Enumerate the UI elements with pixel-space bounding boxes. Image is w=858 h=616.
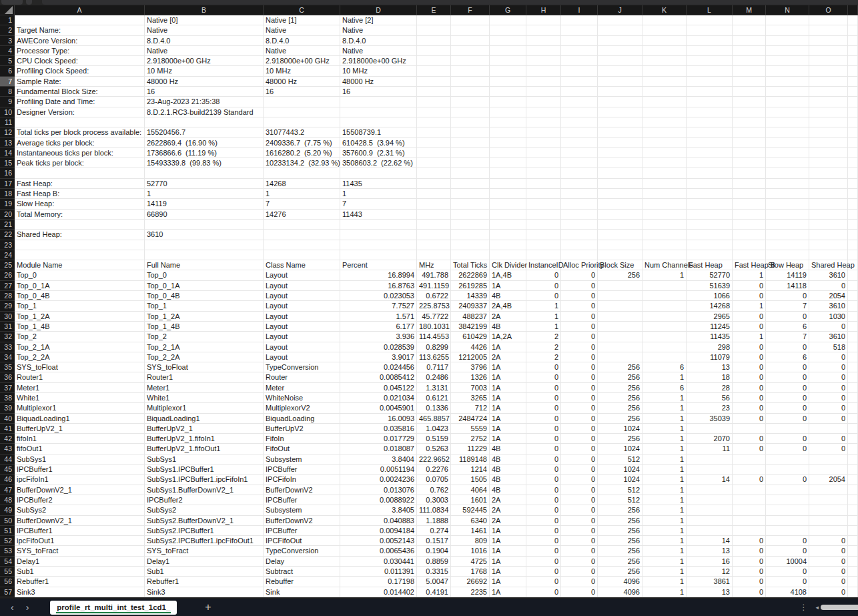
cell[interactable] <box>733 505 766 515</box>
cell[interactable]: 14268 <box>264 179 340 189</box>
cell[interactable]: 11245 <box>687 322 733 332</box>
cell[interactable]: 5559 <box>451 424 490 434</box>
cell[interactable]: 0 <box>561 465 598 475</box>
cell[interactable] <box>687 485 733 495</box>
row-header[interactable]: 31 <box>0 322 15 332</box>
cell[interactable]: 0.017729 <box>340 434 417 444</box>
cell[interactable]: 0 <box>561 546 598 556</box>
cell[interactable] <box>809 127 848 137</box>
cell[interactable] <box>451 97 490 107</box>
cell[interactable] <box>417 25 451 35</box>
cell[interactable]: 0 <box>561 291 598 301</box>
cell[interactable]: 15508739.1 <box>340 127 417 137</box>
cell[interactable]: 0 <box>526 393 561 403</box>
cell[interactable]: 1 <box>642 567 687 577</box>
cell[interactable]: 10004 <box>766 557 809 567</box>
cell[interactable] <box>687 516 733 526</box>
cell[interactable] <box>766 148 809 158</box>
scroll-left-arrow-icon[interactable]: ◂ <box>815 604 819 611</box>
cell[interactable] <box>848 25 858 35</box>
cell[interactable]: 1 <box>642 270 687 280</box>
cell[interactable]: 2484724 <box>451 414 490 424</box>
cell[interactable] <box>598 77 642 87</box>
cell[interactable] <box>598 46 642 56</box>
cell[interactable]: 4B <box>490 322 526 332</box>
cell[interactable] <box>451 87 490 97</box>
cell[interactable] <box>526 189 561 199</box>
cell[interactable]: 4108 <box>766 587 809 597</box>
cell[interactable] <box>598 342 642 352</box>
cell[interactable] <box>848 66 858 76</box>
row-header[interactable]: 56 <box>0 577 15 587</box>
cell[interactable]: 0 <box>766 312 809 322</box>
cell[interactable]: 0 <box>733 322 766 332</box>
cell[interactable]: 0.0088922 <box>340 495 417 505</box>
cell[interactable]: 5.0047 <box>417 577 451 587</box>
cell[interactable] <box>642 281 687 291</box>
column-header[interactable]: F <box>451 5 490 15</box>
cell[interactable] <box>766 138 809 148</box>
cell[interactable]: 11435 <box>340 179 417 189</box>
cell[interactable] <box>642 77 687 87</box>
cell[interactable]: Native <box>340 46 417 56</box>
cell[interactable] <box>526 210 561 220</box>
cell[interactable]: 1 <box>340 189 417 199</box>
cell[interactable]: IPCFifoIn <box>264 475 340 485</box>
column-header[interactable]: E <box>417 5 451 15</box>
cell[interactable]: 1 <box>642 393 687 403</box>
cell[interactable] <box>848 127 858 137</box>
cell[interactable]: 2 <box>526 332 561 342</box>
cell[interactable]: Target Name: <box>15 25 145 35</box>
cell[interactable]: 3265 <box>451 393 490 403</box>
cell[interactable]: ipcFifoIn1 <box>15 475 145 485</box>
row-header[interactable]: 24 <box>0 250 15 260</box>
cell[interactable] <box>417 117 451 127</box>
cell[interactable]: 0.0085412 <box>340 372 417 382</box>
column-header[interactable]: L <box>687 5 733 15</box>
cell[interactable]: 1A,4B <box>490 270 526 280</box>
cell[interactable]: 4064 <box>451 485 490 495</box>
cell[interactable] <box>417 179 451 189</box>
cell[interactable]: 1 <box>642 434 687 444</box>
cell[interactable]: 0 <box>809 414 848 424</box>
cell[interactable] <box>733 210 766 220</box>
cell[interactable] <box>561 127 598 137</box>
cell[interactable]: 2A <box>490 495 526 505</box>
cell[interactable] <box>642 189 687 199</box>
cell[interactable] <box>598 168 642 178</box>
cell[interactable]: SubSys1.IPCBuffer1 <box>145 465 264 475</box>
cell[interactable]: 0 <box>809 536 848 546</box>
cell[interactable]: 2A <box>490 505 526 515</box>
cell[interactable] <box>809 230 848 240</box>
cell[interactable] <box>451 189 490 199</box>
cell[interactable] <box>766 516 809 526</box>
cell[interactable] <box>264 220 340 230</box>
cell[interactable] <box>848 505 858 515</box>
cell[interactable]: Native <box>264 46 340 56</box>
cell[interactable]: 10 MHz <box>264 66 340 76</box>
cell[interactable]: WhiteNoise <box>264 393 340 403</box>
cell[interactable]: Meter1 <box>145 383 264 393</box>
cell[interactable]: Router1 <box>145 372 264 382</box>
cell[interactable]: 113.6255 <box>417 352 451 362</box>
cell[interactable] <box>561 230 598 240</box>
cell[interactable]: 12 <box>687 567 733 577</box>
cell[interactable] <box>848 475 858 485</box>
cell[interactable] <box>848 414 858 424</box>
cell[interactable] <box>766 77 809 87</box>
cell[interactable]: 11 <box>687 444 733 454</box>
cell[interactable] <box>145 117 264 127</box>
cell[interactable] <box>766 46 809 56</box>
cell[interactable]: 0.1904 <box>417 546 451 556</box>
cell[interactable]: 0 <box>526 372 561 382</box>
cell[interactable]: Layout <box>264 301 340 311</box>
cell[interactable]: 0 <box>733 362 766 372</box>
cell[interactable] <box>687 168 733 178</box>
cell[interactable] <box>687 87 733 97</box>
cell[interactable] <box>642 352 687 362</box>
column-header[interactable]: N <box>766 5 809 15</box>
row-header[interactable]: 20 <box>0 210 15 220</box>
cell[interactable] <box>766 66 809 76</box>
cell[interactable]: 0 <box>733 546 766 556</box>
cell[interactable]: SYS_toFract <box>145 546 264 556</box>
